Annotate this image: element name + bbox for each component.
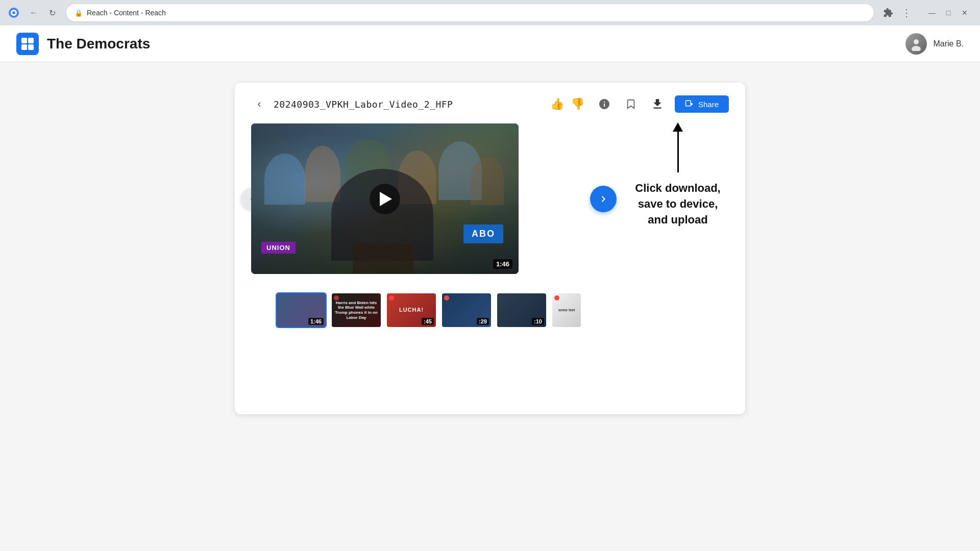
video-wrapper: ABO UNION 1:46	[251, 123, 606, 274]
extensions-button[interactable]	[880, 5, 896, 21]
annotation-text: Click download,save to device,and upload	[635, 181, 720, 228]
thumbnail-2[interactable]: Harris and Biden hits the Blue Wall whil…	[331, 292, 382, 328]
content-title: 20240903_VPKH_Labor_Video_2_HFP	[274, 99, 453, 110]
content-title-area: ‹ 20240903_VPKH_Labor_Video_2_HFP	[251, 96, 453, 112]
svg-rect-5	[21, 44, 27, 50]
svg-rect-9	[685, 101, 691, 106]
main-content: ‹ 20240903_VPKH_Labor_Video_2_HFP 👍 👎	[0, 62, 980, 551]
browser-frame: ← ↻ 🔒 Reach - Content - Reach ⋮ —	[0, 0, 980, 551]
user-area: Marie B.	[905, 33, 964, 55]
svg-rect-4	[28, 38, 34, 43]
browser-nav: ← ↻	[26, 5, 60, 21]
thumbnail-4[interactable]: :29	[441, 292, 492, 328]
back-button[interactable]: ←	[26, 5, 42, 21]
thumbnail-5[interactable]: :10	[496, 292, 547, 328]
svg-rect-3	[21, 38, 27, 43]
video-container: ABO UNION 1:46	[251, 123, 606, 328]
content-back-button[interactable]: ‹	[251, 96, 267, 112]
minimize-button[interactable]: —	[925, 6, 939, 20]
content-actions: 👍 👎	[548, 95, 729, 113]
browser-actions: ⋮	[880, 5, 915, 21]
thumbnail-3[interactable]: LUCHA! :45	[386, 292, 437, 328]
svg-rect-6	[28, 44, 34, 50]
maximize-button[interactable]: □	[941, 6, 955, 20]
app-container: The Democrats Marie B.	[0, 26, 980, 551]
browser-titlebar: ← ↻ 🔒 Reach - Content - Reach ⋮ —	[0, 0, 980, 26]
thumbnail-6[interactable]: some text	[551, 292, 582, 328]
thumbnails-section: 1:46 Harris and Biden hits the Blue Wall…	[251, 292, 606, 328]
thumbs-down-button[interactable]: 👎	[569, 95, 587, 113]
user-name: Marie B.	[933, 39, 964, 48]
avatar	[905, 33, 927, 55]
video-background: ABO UNION 1:46	[251, 123, 519, 274]
annotation-area: Click download,save to device,and upload	[627, 123, 729, 228]
svg-point-2	[12, 11, 15, 14]
app-header: The Democrats Marie B.	[0, 26, 980, 62]
brand-icon	[16, 33, 39, 55]
svg-point-8	[912, 46, 921, 51]
address-text: Reach - Content - Reach	[87, 9, 166, 17]
nav-next-button[interactable]	[590, 186, 617, 212]
window-controls: — □ ✕	[925, 6, 972, 20]
thumbnail-1[interactable]: 1:46	[276, 292, 327, 328]
play-button[interactable]	[370, 184, 400, 214]
address-bar[interactable]: 🔒 Reach - Content - Reach	[66, 4, 874, 21]
brand-area: The Democrats	[16, 33, 150, 55]
menu-button[interactable]: ⋮	[898, 5, 915, 21]
arrow-line	[677, 132, 679, 172]
browser-icon	[8, 7, 19, 18]
download-button[interactable]	[648, 95, 667, 113]
content-header: ‹ 20240903_VPKH_Labor_Video_2_HFP 👍 👎	[251, 95, 729, 113]
video-player[interactable]: ABO UNION 1:46	[251, 123, 519, 274]
annotation-arrow	[673, 123, 683, 172]
video-duration: 1:46	[493, 259, 512, 269]
content-card: ‹ 20240903_VPKH_Labor_Video_2_HFP 👍 👎	[235, 83, 745, 414]
close-button[interactable]: ✕	[958, 6, 972, 20]
arrow-head	[673, 122, 683, 132]
bookmark-button[interactable]	[622, 95, 640, 113]
thumbs-up-button[interactable]: 👍	[548, 95, 567, 113]
svg-point-7	[914, 39, 919, 44]
thumbs-group: 👍 👎	[548, 95, 587, 113]
share-button[interactable]: Share	[675, 95, 729, 113]
refresh-button[interactable]: ↻	[44, 5, 60, 21]
brand-title: The Democrats	[47, 36, 150, 52]
video-section: ABO UNION 1:46	[251, 123, 729, 328]
info-button[interactable]	[595, 95, 614, 113]
